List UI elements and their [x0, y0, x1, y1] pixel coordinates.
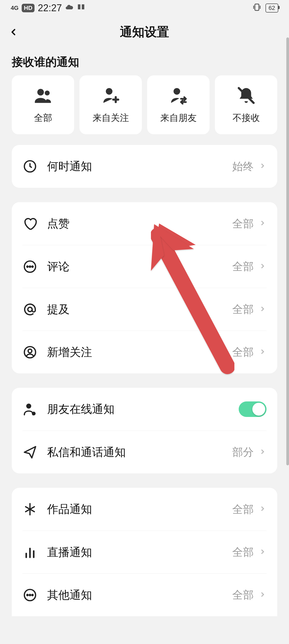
- cloud-icon: [65, 3, 74, 13]
- friend-online-toggle[interactable]: [239, 401, 267, 417]
- row-dm-call[interactable]: 私信和通话通知 部分: [12, 431, 277, 473]
- row-works-label: 作品通知: [47, 502, 232, 517]
- chevron-right-icon: [258, 219, 267, 228]
- svg-point-4: [173, 88, 180, 95]
- page-title: 通知设置: [120, 24, 169, 40]
- row-dm-call-label: 私信和通话通知: [47, 445, 232, 460]
- svg-point-13: [28, 349, 32, 353]
- row-other-label: 其他通知: [47, 588, 232, 603]
- section-header-receive-from: 接收谁的通知: [0, 48, 289, 75]
- person-swap-icon: [169, 86, 188, 105]
- filter-friends-label: 来自朋友: [160, 112, 197, 124]
- svg-point-14: [26, 404, 31, 409]
- people-icon: [33, 86, 53, 105]
- filter-following-label: 来自关注: [93, 112, 129, 124]
- group-social: 朋友在线通知 私信和通话通知 部分: [12, 388, 277, 473]
- filter-following[interactable]: 来自关注: [79, 75, 142, 134]
- row-mentions-value: 全部: [232, 302, 254, 317]
- send-icon: [22, 445, 37, 460]
- svg-point-3: [106, 88, 112, 95]
- row-comments-value: 全部: [232, 259, 254, 274]
- row-likes-value: 全部: [232, 216, 254, 231]
- svg-point-10: [32, 266, 33, 267]
- person-plus-icon: [101, 86, 121, 105]
- row-works-value: 全部: [232, 502, 254, 517]
- book-icon: [77, 3, 85, 13]
- back-button[interactable]: [0, 27, 27, 37]
- row-dm-call-value: 部分: [232, 445, 254, 459]
- row-new-follows[interactable]: 新增关注 全部: [12, 331, 277, 373]
- at-icon: [22, 302, 37, 317]
- group-content: 作品通知 全部 直播通知 全部 其他通知 全部: [12, 488, 277, 616]
- svg-point-1: [37, 89, 44, 95]
- filter-friends[interactable]: 来自朋友: [147, 75, 210, 134]
- group-when: 何时通知 始终: [12, 145, 277, 188]
- filter-all-label: 全部: [34, 112, 52, 124]
- header: 通知设置: [0, 16, 289, 48]
- row-comments[interactable]: 评论 全部: [12, 245, 277, 288]
- row-likes-label: 点赞: [47, 216, 232, 231]
- row-works[interactable]: 作品通知 全部: [12, 488, 277, 531]
- row-when-value: 始终: [232, 159, 254, 174]
- heart-icon: [22, 216, 37, 231]
- chevron-right-icon: [258, 505, 267, 514]
- chevron-right-icon: [258, 448, 267, 457]
- chevron-right-icon: [258, 262, 267, 271]
- row-mentions[interactable]: 提及 全部: [12, 288, 277, 331]
- row-live[interactable]: 直播通知 全部: [12, 531, 277, 573]
- hd-badge: HD: [22, 4, 35, 12]
- svg-point-17: [27, 594, 28, 596]
- chevron-right-icon: [258, 348, 267, 357]
- row-other[interactable]: 其他通知 全部: [12, 573, 277, 616]
- row-friend-online-label: 朋友在线通知: [47, 402, 239, 417]
- more-circle-icon: [22, 588, 37, 603]
- row-new-follows-value: 全部: [232, 345, 254, 359]
- bell-off-icon: [236, 86, 256, 105]
- row-when-label: 何时通知: [47, 159, 232, 174]
- user-circle-icon: [22, 345, 37, 360]
- comment-icon: [22, 259, 37, 274]
- network-label: 4G: [11, 5, 18, 11]
- sparkle-icon: [22, 502, 37, 517]
- chevron-right-icon: [258, 305, 267, 314]
- status-bar: 4G HD 22:27 62: [0, 0, 289, 16]
- filter-all[interactable]: 全部: [12, 75, 74, 134]
- clock-icon: [22, 159, 37, 174]
- svg-point-18: [29, 594, 31, 596]
- bars-icon: [22, 545, 37, 560]
- row-other-value: 全部: [232, 588, 254, 602]
- svg-rect-0: [255, 4, 259, 10]
- chevron-right-icon: [258, 162, 267, 171]
- row-likes[interactable]: 点赞 全部: [12, 202, 277, 245]
- svg-point-15: [32, 412, 36, 415]
- svg-point-8: [27, 266, 28, 267]
- chevron-right-icon: [258, 548, 267, 557]
- filter-row: 全部 来自关注 来自朋友 不接收: [0, 75, 289, 145]
- filter-none-label: 不接收: [233, 112, 260, 124]
- chevron-right-icon: [258, 591, 267, 600]
- battery-indicator: 62: [265, 3, 278, 13]
- group-interactions: 点赞 全部 评论 全部 提及 全部 新增关注: [12, 202, 277, 373]
- svg-point-11: [28, 307, 32, 311]
- svg-point-2: [45, 91, 50, 96]
- row-friend-online[interactable]: 朋友在线通知: [12, 388, 277, 431]
- row-mentions-label: 提及: [47, 302, 232, 317]
- scroll-indicator: [286, 37, 289, 465]
- row-live-label: 直播通知: [47, 545, 232, 560]
- svg-point-9: [29, 266, 31, 267]
- row-when-notify[interactable]: 何时通知 始终: [12, 145, 277, 188]
- status-time: 22:27: [38, 2, 62, 14]
- svg-point-19: [32, 594, 33, 596]
- filter-none[interactable]: 不接收: [215, 75, 277, 134]
- row-new-follows-label: 新增关注: [47, 345, 232, 360]
- person-dot-icon: [22, 402, 37, 417]
- vibrate-icon: [252, 2, 262, 14]
- row-live-value: 全部: [232, 545, 254, 559]
- row-comments-label: 评论: [47, 259, 232, 274]
